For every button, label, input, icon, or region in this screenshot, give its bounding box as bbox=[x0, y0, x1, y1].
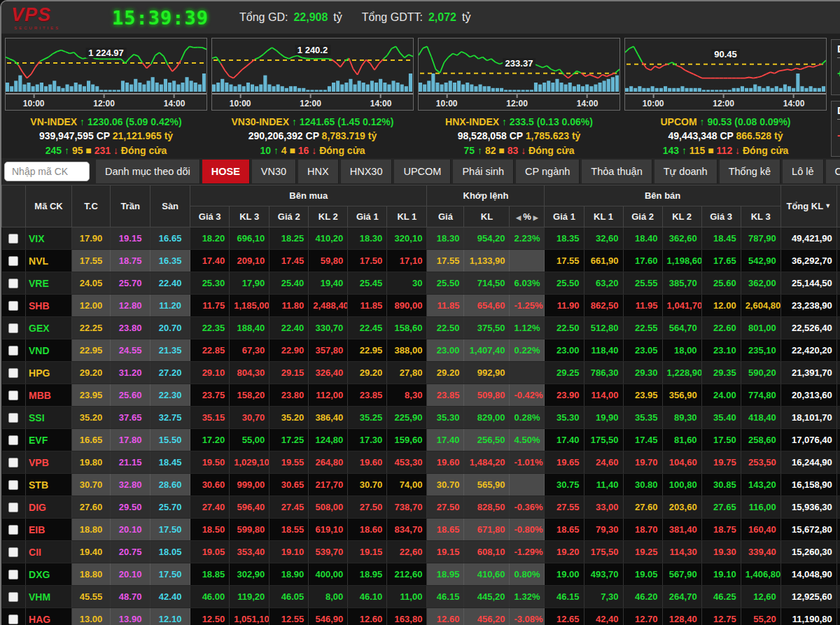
symbol-cell[interactable]: GEX bbox=[26, 317, 72, 339]
bid-vol2-cell[interactable]: 330,70 bbox=[309, 317, 348, 339]
ask-price2-cell[interactable]: 30.80 bbox=[623, 474, 662, 496]
matched-price-cell[interactable]: 23.00 bbox=[427, 339, 464, 362]
symbol-cell[interactable]: VPB bbox=[26, 451, 72, 474]
ask-vol3-cell[interactable]: 143,20 bbox=[741, 474, 780, 496]
ask-price2-cell[interactable]: 17.45 bbox=[623, 429, 662, 451]
ask-price1-cell[interactable]: 27.55 bbox=[545, 496, 584, 519]
bid-price2-cell[interactable]: 23.80 bbox=[270, 384, 309, 407]
bid-price2-cell[interactable]: 29.15 bbox=[270, 362, 309, 384]
ask-vol2-cell[interactable]: 564,70 bbox=[662, 317, 701, 339]
ask-price1-cell[interactable]: 12.65 bbox=[545, 608, 584, 625]
bid-price1-cell[interactable]: 25.45 bbox=[348, 272, 387, 295]
bid-vol2-cell[interactable]: 217,70 bbox=[309, 474, 348, 496]
ask-vol1-cell[interactable]: 79,30 bbox=[584, 519, 623, 541]
bid-vol1-cell[interactable]: 27,80 bbox=[387, 362, 427, 384]
bid-price3-cell[interactable]: 35.15 bbox=[190, 407, 230, 429]
ask-vol1-cell[interactable]: 32,60 bbox=[584, 227, 623, 250]
bid-price2-cell[interactable]: 46.05 bbox=[270, 586, 309, 608]
ask-price2-cell[interactable]: 25.55 bbox=[623, 272, 662, 295]
bid-price1-cell[interactable]: 30.70 bbox=[348, 474, 387, 496]
bid-vol3-cell[interactable]: 353,40 bbox=[230, 541, 270, 563]
symbol-cell[interactable]: CII bbox=[26, 541, 72, 563]
ask-vol3-cell[interactable]: 160,40 bbox=[741, 519, 780, 541]
tab-phái-sinh[interactable]: Phái sinh bbox=[453, 160, 514, 183]
bid-vol1-cell[interactable]: 453,30 bbox=[387, 451, 427, 474]
ask-vol3-cell[interactable]: 253,50 bbox=[741, 451, 780, 474]
ask-price1-cell[interactable]: 17.55 bbox=[545, 250, 584, 272]
ask-price2-cell[interactable]: 17.60 bbox=[623, 250, 662, 272]
bid-price3-cell[interactable]: 30.60 bbox=[190, 474, 230, 496]
ask-price3-cell[interactable]: 30.85 bbox=[701, 474, 741, 496]
bid-price3-cell[interactable]: 22.35 bbox=[190, 317, 230, 339]
bid-vol2-cell[interactable]: 124,80 bbox=[309, 429, 348, 451]
bid-vol1-cell[interactable]: 388,00 bbox=[387, 339, 427, 362]
bid-vol3-cell[interactable]: 30,70 bbox=[230, 407, 270, 429]
ask-vol1-cell[interactable]: 19,90 bbox=[584, 407, 623, 429]
ask-price2-cell[interactable]: 12.70 bbox=[623, 608, 662, 625]
row-checkbox[interactable] bbox=[8, 323, 18, 333]
ask-vol3-cell[interactable]: 12,60 bbox=[741, 586, 780, 608]
bid-price3-cell[interactable]: 18.50 bbox=[190, 519, 230, 541]
bid-vol1-cell[interactable]: 11,00 bbox=[387, 586, 427, 608]
ask-price1-cell[interactable]: 30.75 bbox=[545, 474, 584, 496]
row-checkbox[interactable] bbox=[8, 592, 18, 602]
ask-vol3-cell[interactable]: 116,00 bbox=[741, 496, 780, 519]
matched-price-cell[interactable]: 22.50 bbox=[427, 317, 464, 339]
bid-vol2-cell[interactable]: 619,10 bbox=[309, 519, 348, 541]
bid-price1-cell[interactable]: 12.60 bbox=[348, 608, 387, 625]
tab-vn30[interactable]: VN30 bbox=[252, 160, 296, 183]
ask-vol1-cell[interactable]: 118,40 bbox=[584, 339, 623, 362]
ask-vol1-cell[interactable]: 175,50 bbox=[584, 541, 623, 563]
ask-price2-cell[interactable]: 19.70 bbox=[623, 451, 662, 474]
bid-vol1-cell[interactable]: 163,80 bbox=[387, 608, 427, 625]
ask-price3-cell[interactable]: 27.65 bbox=[701, 496, 741, 519]
bid-vol2-cell[interactable]: 8,00 bbox=[309, 586, 348, 608]
symbol-cell[interactable]: EIB bbox=[26, 519, 72, 541]
ask-price2-cell[interactable]: 22.55 bbox=[623, 317, 662, 339]
ask-price1-cell[interactable]: 19.20 bbox=[545, 541, 584, 563]
ask-price3-cell[interactable]: 46.25 bbox=[701, 586, 741, 608]
bid-price2-cell[interactable]: 17.45 bbox=[270, 250, 309, 272]
symbol-search-input[interactable] bbox=[4, 162, 90, 181]
matched-price-cell[interactable]: 35.30 bbox=[427, 407, 464, 429]
ask-price2-cell[interactable]: 19.25 bbox=[623, 541, 662, 563]
bid-price2-cell[interactable]: 17.25 bbox=[270, 429, 309, 451]
ask-price2-cell[interactable]: 19.05 bbox=[623, 563, 662, 586]
ask-price3-cell[interactable]: 19.30 bbox=[701, 541, 741, 563]
row-checkbox[interactable] bbox=[8, 503, 18, 512]
ask-vol1-cell[interactable]: 786,30 bbox=[584, 362, 623, 384]
ask-vol2-cell[interactable]: 1,228,90 bbox=[662, 362, 701, 384]
bid-vol1-cell[interactable]: 159,60 bbox=[387, 429, 427, 451]
matched-price-cell[interactable]: 25.50 bbox=[427, 272, 464, 295]
ask-vol2-cell[interactable]: 264,70 bbox=[662, 586, 701, 608]
bid-vol2-cell[interactable]: 59,80 bbox=[309, 250, 348, 272]
ask-vol2-cell[interactable]: 385,70 bbox=[662, 272, 701, 295]
ask-vol1-cell[interactable]: 42,40 bbox=[584, 608, 623, 625]
bid-vol3-cell[interactable]: 999,00 bbox=[230, 474, 270, 496]
ask-vol3-cell[interactable]: 774,80 bbox=[741, 384, 780, 407]
bid-price2-cell[interactable]: 22.90 bbox=[270, 339, 309, 362]
ask-vol3-cell[interactable]: 362,00 bbox=[741, 272, 780, 295]
bid-price1-cell[interactable]: 19.15 bbox=[348, 541, 387, 563]
ask-vol2-cell[interactable]: 1,198,60 bbox=[662, 250, 701, 272]
bid-price2-cell[interactable]: 18.55 bbox=[270, 519, 309, 541]
ask-vol2-cell[interactable]: 1,041,70 bbox=[662, 295, 701, 317]
ask-price1-cell[interactable]: 46.15 bbox=[545, 586, 584, 608]
bid-price3-cell[interactable]: 29.10 bbox=[190, 362, 230, 384]
ask-price3-cell[interactable]: 18.75 bbox=[701, 519, 741, 541]
bid-vol3-cell[interactable]: 302,90 bbox=[230, 563, 270, 586]
ask-vol3-cell[interactable]: 235,10 bbox=[741, 339, 780, 362]
ask-price3-cell[interactable]: 17.50 bbox=[701, 429, 741, 451]
bid-vol2-cell[interactable]: 539,70 bbox=[309, 541, 348, 563]
bid-vol1-cell[interactable]: 320,10 bbox=[387, 227, 427, 250]
symbol-cell[interactable]: VIX bbox=[26, 227, 72, 250]
tab-lô-lẻ[interactable]: Lô lẻ bbox=[783, 160, 823, 183]
bid-vol1-cell[interactable]: 30 bbox=[387, 272, 427, 295]
bid-price3-cell[interactable]: 12.50 bbox=[190, 608, 230, 625]
matched-price-cell[interactable]: 18.30 bbox=[427, 227, 464, 250]
bid-vol2-cell[interactable]: 19,40 bbox=[309, 272, 348, 295]
ask-vol3-cell[interactable]: 2,604,80 bbox=[741, 295, 780, 317]
ask-price1-cell[interactable]: 22.50 bbox=[545, 317, 584, 339]
ask-vol2-cell[interactable]: 567,90 bbox=[662, 563, 701, 586]
ask-price3-cell[interactable]: 17.65 bbox=[701, 250, 741, 272]
